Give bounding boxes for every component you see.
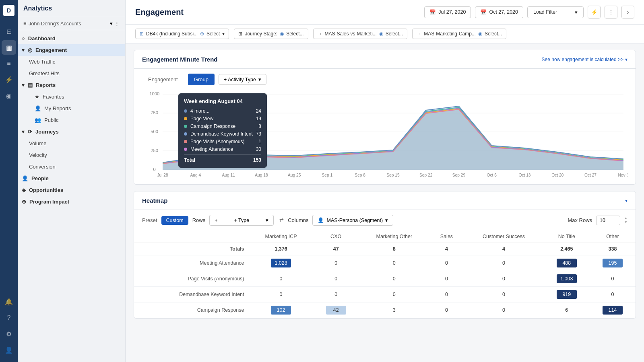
stepper-up[interactable]: ▲	[624, 216, 627, 220]
date-from-button[interactable]: 📅 Jul 27, 2020	[424, 6, 471, 18]
heatmap-controls: Preset Custom Rows + + Type ▾ ⇄ Columns …	[134, 210, 636, 230]
cell-totals-0: 1,376	[249, 243, 313, 255]
max-rows-input[interactable]	[596, 216, 620, 225]
chevron-down-icon: ▾	[575, 9, 578, 15]
filter-chip-mas-marketing[interactable]: → MAS-Marketing-Camp... ◉ Select...	[412, 29, 506, 39]
heatmap-cell-value: 195	[603, 259, 623, 267]
my-reports-icon: 👤	[35, 105, 41, 111]
stepper-down[interactable]: ▼	[624, 220, 627, 224]
filter-nav-icon[interactable]: ≡	[2, 56, 16, 71]
sidebar-item-opportunities[interactable]: ◈ Opportunities	[18, 184, 125, 196]
sidebar-item-label: Engagement	[35, 47, 67, 53]
filter-chip-action[interactable]: Select...	[286, 31, 303, 37]
preset-label: Preset	[142, 217, 157, 223]
sidebar-item-favorites[interactable]: ★ Favorites	[18, 91, 125, 103]
sidebar-item-label: Reports	[36, 82, 56, 88]
settings-rail-icon[interactable]: ⚙	[2, 327, 16, 341]
chart-area: 1000 750 500 250 0	[134, 85, 636, 184]
filter-chip-journey[interactable]: ⊞ Journey Stage: ◉ Select...	[234, 29, 308, 39]
page-title: Engagement	[135, 8, 184, 17]
sidebar-item-velocity[interactable]: Velocity	[18, 149, 125, 161]
table-row: Campaign Response 102 42 3 0 0 6 114	[134, 302, 636, 318]
svg-text:Oct 27: Oct 27	[584, 173, 597, 177]
svg-text:250: 250	[151, 148, 158, 153]
chart-title: Engagement Minute Trend	[142, 56, 218, 63]
tab-group[interactable]: Group	[188, 74, 215, 85]
heatmap-cell-value: 42	[326, 306, 346, 315]
home-nav-icon[interactable]: ⊟	[2, 24, 16, 39]
custom-badge[interactable]: Custom	[161, 216, 188, 225]
help-rail-icon[interactable]: ?	[2, 311, 16, 325]
account-selector[interactable]: ≡ John Dering's Accounts ▾ ⋮	[18, 17, 125, 30]
activity-type-button[interactable]: + Activity Type ▾	[219, 74, 266, 85]
public-icon: 👥	[35, 117, 41, 123]
sidebar-item-public[interactable]: 👥 Public	[18, 114, 125, 126]
max-rows-label: Max Rows	[568, 217, 592, 223]
more-options-icon[interactable]: ⋮	[114, 21, 120, 27]
chevron-icon: ▾	[222, 31, 225, 37]
reports-chevron-icon: ▾	[22, 82, 25, 88]
max-rows-stepper[interactable]: ▲ ▼	[624, 216, 627, 224]
tooltip-row-5: Page Visits (Anonymous) 1	[184, 139, 261, 144]
sidebar-item-dashboard[interactable]: ○ Dashboard	[18, 33, 125, 44]
analytics-nav-icon[interactable]: ▦	[2, 40, 16, 55]
sidebar-item-program-impact[interactable]: ⊕ Program Impact	[18, 196, 125, 208]
svg-text:Aug 18: Aug 18	[255, 173, 268, 177]
journey-icon: ⊞	[238, 31, 242, 37]
tooltip-label-5: Page Visits (Anonymous)	[190, 139, 245, 144]
sidebar-item-greatest-hits[interactable]: Greatest Hits	[18, 68, 125, 79]
persona-label: MAS-Persona (Segment)	[326, 218, 383, 223]
icon-rail: D ⊟ ▦ ≡ ⚡ ◉ 🔔 ? ⚙ 👤	[0, 0, 18, 362]
sidebar-item-web-traffic[interactable]: Web Traffic	[18, 56, 125, 68]
tab-engagement[interactable]: Engagement	[142, 74, 184, 85]
sidebar-item-label: My Reports	[44, 105, 71, 111]
tooltip-total-value: 153	[253, 157, 261, 163]
cell-dki-3: 0	[429, 287, 464, 302]
sidebar-item-my-reports[interactable]: 👤 My Reports	[18, 103, 125, 114]
filter-chip-action[interactable]: Select...	[386, 31, 403, 37]
date-to-button[interactable]: 📅 Oct 27, 2020	[475, 6, 523, 18]
see-how-link[interactable]: See how engagement is calculated >> ▾	[542, 57, 627, 62]
table-row: Meeting Attendance 1,028 0 0 0 0 488 195	[134, 255, 636, 271]
sidebar-item-conversion[interactable]: Conversion	[18, 161, 125, 173]
filter-chip-action[interactable]: Select	[206, 31, 220, 37]
type-button[interactable]: + + Type ▾	[209, 215, 274, 226]
sidebar-item-engagement[interactable]: ▾ ◎ Engagement	[18, 44, 125, 56]
heatmap-collapse-button[interactable]: ▾	[625, 198, 627, 204]
filter-chip-mas-sales[interactable]: → MAS-Sales-vs-Marketi... ◉ Select...	[313, 29, 408, 39]
mas-mktg-icon: ◉	[478, 31, 482, 37]
sidebar-item-label: Journeys	[35, 129, 59, 135]
sidebar-item-reports[interactable]: ▾ ▤ Reports	[18, 79, 125, 91]
tooltip-dot-1	[184, 109, 187, 113]
persona-button[interactable]: 👤 MAS-Persona (Segment) ▾	[312, 215, 393, 226]
notification-rail-icon[interactable]: 🔔	[2, 294, 16, 309]
load-filter-button[interactable]: Load Filter ▾	[527, 6, 584, 18]
mas-sales-arrow-icon: →	[318, 31, 322, 37]
tooltip-value-6: 30	[256, 146, 261, 152]
cell-cr-1: 42	[313, 302, 359, 318]
filter-chip-action[interactable]: Select...	[485, 31, 502, 37]
bolt-nav-icon[interactable]: ⚡	[2, 72, 16, 87]
database-nav-icon[interactable]: ◉	[2, 88, 16, 103]
sidebar-item-journeys[interactable]: ▾ ⟳ Journeys	[18, 126, 125, 138]
filter-journey-icon: ◉	[280, 31, 284, 37]
sidebar-item-label: Volume	[29, 140, 46, 146]
engagement-icon: ▾	[22, 47, 25, 53]
more-options-button[interactable]: ⋮	[605, 6, 617, 19]
sidebar-item-people[interactable]: 👤 People	[18, 173, 125, 184]
cell-totals-5: 2,465	[544, 243, 590, 255]
cell-meeting-1: 0	[313, 255, 359, 271]
row-label: Demandbase Keyword Intent	[134, 287, 249, 302]
expand-button[interactable]: ›	[621, 6, 634, 19]
col-marketing-icp: Marketing ICP	[249, 230, 313, 243]
svg-text:Sep 8: Sep 8	[355, 173, 365, 177]
user-rail-icon[interactable]: 👤	[2, 343, 16, 357]
filter-chip-db4k[interactable]: ⊞ DB4k (Including Subsi... ⊕ Select ▾	[135, 29, 229, 39]
sidebar-item-volume[interactable]: Volume	[18, 138, 125, 149]
content-area: Engagement Minute Trend See how engageme…	[126, 43, 644, 362]
reports-grid-icon: ▤	[28, 82, 33, 88]
svg-text:Oct 6: Oct 6	[487, 173, 497, 177]
filter-icon-button[interactable]: ⚡	[588, 6, 601, 19]
svg-text:Sep 29: Sep 29	[452, 173, 466, 177]
col-sales: Sales	[429, 230, 464, 243]
